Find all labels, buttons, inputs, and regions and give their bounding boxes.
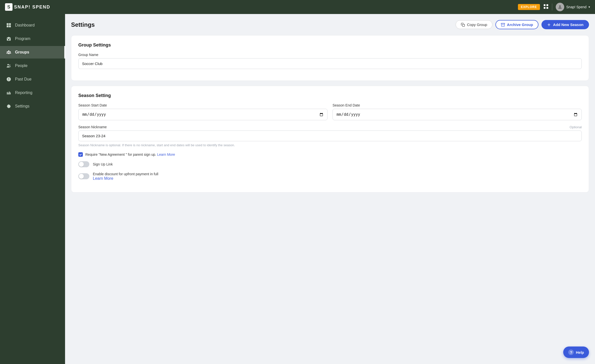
dashboard-icon: [6, 22, 12, 28]
help-button[interactable]: ? Help: [563, 346, 589, 358]
svg-rect-1: [546, 4, 548, 6]
explore-button[interactable]: EXPLORE: [518, 4, 540, 10]
svg-rect-18: [462, 24, 465, 26]
signup-link-label: Sign Up Link: [93, 162, 113, 166]
reporting-icon: [6, 90, 12, 96]
nickname-input[interactable]: [78, 130, 582, 141]
season-settings-card: Season Setting Season Start Date Season …: [71, 86, 589, 192]
groups-icon: [6, 50, 12, 55]
discount-label: Enable discount for upfront payment in f…: [93, 172, 158, 176]
sidebar-label-program: Program: [15, 36, 30, 41]
optional-label: Optional: [570, 125, 582, 129]
sidebar-item-groups[interactable]: Groups: [0, 46, 65, 58]
past-due-icon: [6, 76, 12, 82]
svg-point-13: [9, 64, 10, 66]
page-title: Settings: [71, 21, 95, 28]
add-new-season-button[interactable]: Add New Season: [541, 20, 589, 29]
topnav-right: EXPLORE Snap! Spend ▾: [518, 3, 590, 11]
group-name-input[interactable]: [78, 58, 582, 69]
sidebar-label-people: People: [15, 64, 28, 68]
sidebar-label-past-due: Past Due: [15, 77, 32, 82]
svg-rect-19: [501, 23, 505, 24]
end-date-label: Season End Date: [333, 103, 582, 107]
svg-point-9: [8, 50, 10, 52]
svg-rect-14: [7, 92, 8, 94]
group-settings-card: Group Settings Group Name: [71, 35, 589, 81]
page-header: Settings Copy Group Archive Group Add Ne…: [71, 20, 589, 29]
discount-row: Enable discount for upfront payment in f…: [78, 172, 582, 181]
group-name-label: Group Name: [78, 53, 582, 57]
copy-group-label: Copy Group: [467, 22, 487, 27]
sidebar-label-settings: Settings: [15, 104, 30, 108]
add-new-season-label: Add New Season: [553, 22, 583, 27]
sidebar-item-program[interactable]: Program: [0, 32, 65, 45]
sidebar-item-reporting[interactable]: Reporting: [0, 86, 65, 99]
sidebar-label-groups: Groups: [15, 50, 29, 54]
header-actions: Copy Group Archive Group Add New Season: [456, 20, 589, 29]
sidebar-item-past-due[interactable]: Past Due: [0, 73, 65, 86]
svg-point-12: [8, 64, 9, 66]
program-icon: [6, 36, 12, 42]
nickname-label: Season Nickname: [78, 125, 107, 129]
logo-s-icon: S: [5, 3, 13, 11]
top-navigation: S SNAP! SPEND EXPLORE Snap! Spend ▾: [0, 0, 595, 14]
signup-link-toggle[interactable]: [78, 161, 89, 167]
logo: S SNAP! SPEND: [5, 3, 50, 11]
archive-group-label: Archive Group: [507, 22, 533, 27]
agreement-row: Require "New Agreement " for parent sign…: [78, 152, 582, 157]
sidebar-item-people[interactable]: People: [0, 60, 65, 72]
nav-divider: [552, 4, 552, 10]
sidebar-item-settings[interactable]: Settings: [0, 100, 65, 112]
signup-link-row: Sign Up Link: [78, 161, 582, 167]
agreement-checkbox[interactable]: [78, 152, 83, 157]
chevron-down-icon: ▾: [588, 5, 590, 9]
group-name-field: Group Name: [78, 53, 582, 69]
svg-rect-0: [544, 4, 545, 6]
svg-rect-3: [546, 7, 548, 9]
grid-icon[interactable]: [543, 4, 548, 10]
copy-group-button[interactable]: Copy Group: [456, 20, 492, 29]
user-name: Snap! Spend: [566, 5, 586, 9]
agreement-learn-more[interactable]: Learn More: [157, 152, 175, 156]
sidebar-label-dashboard: Dashboard: [15, 23, 35, 28]
nickname-field: Season Nickname Optional Season Nickname…: [78, 125, 582, 148]
sidebar-label-reporting: Reporting: [15, 90, 32, 95]
svg-rect-17: [10, 92, 11, 94]
archive-group-button[interactable]: Archive Group: [495, 20, 538, 29]
discount-toggle[interactable]: [78, 173, 89, 179]
svg-rect-15: [8, 93, 9, 94]
logo-area: S SNAP! SPEND: [5, 3, 50, 11]
discount-label-area: Enable discount for upfront payment in f…: [93, 172, 158, 181]
nickname-hint: Season Nickname is optional. If there is…: [78, 143, 582, 148]
discount-toggle-thumb: [79, 174, 84, 179]
toggle-thumb: [79, 162, 84, 167]
end-date-input[interactable]: [333, 109, 582, 120]
svg-point-10: [7, 51, 8, 52]
svg-rect-7: [7, 26, 9, 28]
svg-point-4: [559, 5, 561, 7]
end-date-col: Season End Date: [333, 103, 582, 120]
app-body: Dashboard Program Groups People Past Due: [0, 14, 595, 364]
season-settings-title: Season Setting: [78, 93, 582, 98]
help-icon: ?: [568, 350, 574, 355]
svg-rect-6: [9, 23, 11, 25]
svg-rect-5: [7, 23, 9, 25]
svg-rect-2: [544, 7, 545, 9]
main-content: Settings Copy Group Archive Group Add Ne…: [65, 14, 595, 364]
help-label: Help: [576, 350, 584, 354]
sidebar: Dashboard Program Groups People Past Due: [0, 14, 65, 364]
logo-text: SNAP! SPEND: [14, 4, 50, 10]
date-row: Season Start Date Season End Date: [78, 103, 582, 120]
group-settings-title: Group Settings: [78, 42, 582, 48]
people-icon: [6, 63, 12, 68]
avatar: [556, 3, 564, 11]
start-date-label: Season Start Date: [78, 103, 328, 107]
sidebar-item-dashboard[interactable]: Dashboard: [0, 19, 65, 32]
settings-icon: [6, 104, 12, 109]
start-date-input[interactable]: [78, 109, 328, 120]
user-menu[interactable]: Snap! Spend ▾: [556, 3, 590, 11]
svg-point-11: [10, 51, 11, 52]
svg-rect-8: [9, 26, 11, 28]
svg-rect-16: [9, 92, 10, 94]
discount-learn-more[interactable]: Learn More: [93, 176, 113, 180]
